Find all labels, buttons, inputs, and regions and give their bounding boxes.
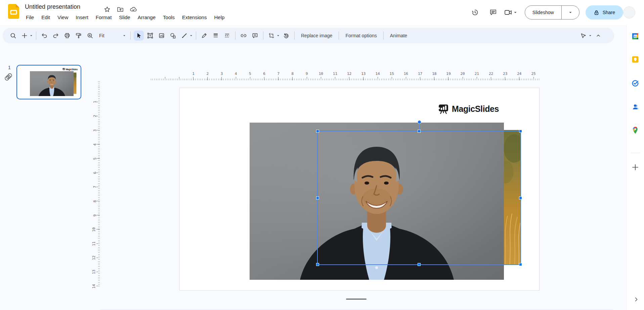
- insert-shape-button[interactable]: [168, 31, 178, 41]
- border-weight-button[interactable]: [211, 31, 221, 41]
- undo-button[interactable]: [39, 31, 49, 41]
- svg-text:31: 31: [634, 35, 637, 38]
- reset-image-icon: [283, 32, 290, 39]
- zoom-in-icon: [87, 32, 93, 39]
- paint-format-icon: [75, 32, 82, 39]
- crop-image-button[interactable]: [266, 31, 276, 41]
- slide-thumbnail[interactable]: MagicSlides: [16, 65, 81, 99]
- pointer-mode-dropdown[interactable]: [588, 31, 593, 41]
- resize-handle-n[interactable]: [418, 130, 421, 133]
- resize-handle-s[interactable]: [418, 263, 421, 266]
- menu-item[interactable]: Edit: [38, 13, 54, 21]
- plus-icon: [631, 163, 639, 171]
- border-color-button[interactable]: [199, 31, 209, 41]
- menu-item[interactable]: Arrange: [134, 13, 159, 21]
- get-addons-button[interactable]: [631, 163, 640, 172]
- menu-bar: FileEditViewInsertFormatSlideArrangeTool…: [22, 12, 228, 22]
- document-title[interactable]: Untitled presentation: [25, 3, 80, 10]
- insert-shape-icon: [170, 32, 176, 39]
- menu-item[interactable]: Format: [92, 13, 116, 21]
- slide-brand-logo[interactable]: MagicSlides: [438, 103, 499, 114]
- slide-canvas[interactable]: MagicSlides: [179, 88, 540, 291]
- zoom-value: Fit: [99, 33, 104, 38]
- tasks-button[interactable]: [631, 79, 640, 88]
- slide-number: 1: [8, 65, 11, 70]
- resize-handle-se[interactable]: [519, 263, 522, 266]
- chevron-down-icon: [189, 34, 193, 37]
- chevron-down-icon: [568, 10, 572, 14]
- nature-image[interactable]: [502, 130, 521, 265]
- google-keep-icon: [631, 55, 640, 64]
- contacts-button[interactable]: [631, 102, 640, 112]
- resize-handle-w[interactable]: [316, 196, 319, 200]
- side-panel: 31: [626, 25, 644, 310]
- maps-button[interactable]: [631, 126, 640, 135]
- share-button-label: Share: [603, 10, 615, 15]
- notes-resize-handle[interactable]: [346, 299, 367, 300]
- insert-image-icon: [158, 32, 165, 39]
- sidebar-divider: [631, 153, 640, 153]
- redo-button[interactable]: [51, 31, 61, 41]
- collapse-toolbar-button[interactable]: [593, 31, 603, 41]
- reset-image-button[interactable]: [281, 31, 291, 41]
- print-button[interactable]: [62, 31, 72, 41]
- slideshow-button[interactable]: Slideshow: [525, 6, 562, 19]
- menu-item[interactable]: Tools: [159, 13, 178, 21]
- text-box-button[interactable]: [145, 31, 155, 41]
- chevron-right-icon: [634, 297, 639, 302]
- select-cursor-icon: [135, 32, 142, 39]
- rotation-handle[interactable]: [418, 120, 421, 124]
- menu-item[interactable]: File: [22, 13, 38, 21]
- account-avatar[interactable]: [623, 6, 635, 18]
- ruler-tick-label: 14: [92, 284, 96, 289]
- portrait-image[interactable]: [250, 123, 504, 280]
- format-options-button[interactable]: Format options: [341, 31, 381, 41]
- text-box-icon: [147, 32, 154, 39]
- menu-item[interactable]: Help: [210, 13, 228, 21]
- share-button[interactable]: Share: [586, 5, 623, 19]
- comments-button[interactable]: [486, 5, 501, 20]
- resize-handle-sw[interactable]: [316, 263, 319, 266]
- border-weight-icon: [212, 32, 219, 39]
- version-history-button[interactable]: [468, 5, 482, 20]
- plus-icon: [21, 32, 28, 39]
- add-comment-button[interactable]: [250, 31, 260, 41]
- resize-handle-ne[interactable]: [519, 130, 522, 133]
- new-slide-dropdown[interactable]: [29, 31, 34, 41]
- pointer-mode-button[interactable]: [578, 31, 589, 41]
- animate-button[interactable]: Animate: [386, 31, 411, 41]
- brand-logo-text: MagicSlides: [452, 104, 499, 114]
- menu-item[interactable]: Slide: [115, 13, 134, 21]
- new-slide-button[interactable]: [19, 31, 30, 41]
- menu-item[interactable]: View: [54, 13, 72, 21]
- undo-icon: [41, 32, 48, 39]
- search-menus-button[interactable]: [8, 31, 18, 41]
- insert-link-button[interactable]: [239, 31, 249, 41]
- keep-button[interactable]: [631, 55, 640, 64]
- menu-item[interactable]: Insert: [72, 13, 92, 21]
- mask-image-dropdown[interactable]: [276, 31, 281, 41]
- insert-line-button[interactable]: [179, 31, 189, 41]
- zoom-select[interactable]: Fit: [96, 31, 128, 41]
- thumbnail-brand-logo: MagicSlides: [62, 68, 78, 71]
- menu-item[interactable]: Extensions: [178, 13, 210, 21]
- select-tool-button[interactable]: [134, 31, 144, 41]
- join-call-button[interactable]: [504, 8, 517, 17]
- paint-format-button[interactable]: [74, 31, 84, 41]
- zoom-in-button[interactable]: [85, 31, 95, 41]
- replace-image-button[interactable]: Replace image: [297, 31, 336, 41]
- pen-icon: [201, 32, 208, 39]
- calendar-button[interactable]: 31: [631, 32, 640, 41]
- chevron-down-icon: [513, 10, 517, 14]
- horizontal-ruler: 1234567891011121314151617181920212223242…: [151, 72, 533, 80]
- resize-handle-nw[interactable]: [316, 130, 319, 133]
- border-dash-button[interactable]: [222, 31, 232, 41]
- transition-icon[interactable]: [4, 73, 13, 81]
- insert-line-dropdown[interactable]: [189, 31, 194, 41]
- resize-handle-e[interactable]: [519, 196, 522, 200]
- slideshow-split-button: Slideshow: [525, 5, 579, 19]
- slideshow-dropdown-button[interactable]: [562, 6, 579, 19]
- show-side-panel-button[interactable]: [631, 295, 641, 304]
- google-slides-logo-icon[interactable]: [8, 4, 19, 19]
- insert-image-button[interactable]: [157, 31, 167, 41]
